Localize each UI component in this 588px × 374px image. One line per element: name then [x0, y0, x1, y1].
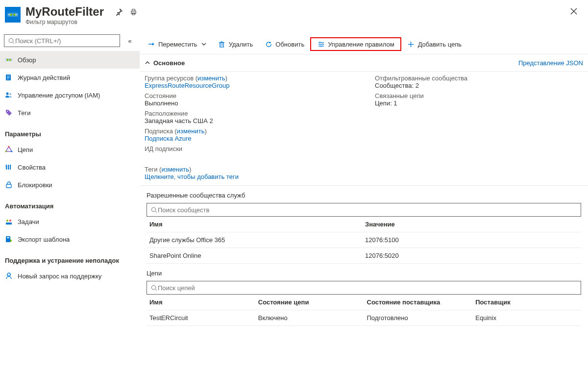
- delete-button[interactable]: Удалить: [212, 37, 259, 51]
- add-circuit-button[interactable]: Добавить цепь: [401, 37, 467, 51]
- circuits-title: Цепи: [147, 270, 581, 277]
- trash-icon: [218, 40, 226, 48]
- location-value: Западная часть США 2: [145, 117, 365, 125]
- search-icon: [7, 37, 15, 45]
- toolbar-label: Удалить: [229, 41, 253, 48]
- circuits-table: Имя Состояние цепи Состояние поставщика …: [147, 295, 581, 326]
- sidebar-item-iam[interactable]: Управление доступом (IAM): [0, 86, 140, 104]
- sidebar-item-label: Теги: [18, 109, 30, 117]
- add-tags-link[interactable]: Щелкните, чтобы добавить теги: [145, 173, 239, 180]
- col-provider[interactable]: Поставщик: [472, 295, 581, 310]
- essentials-panel: Основное Представление JSON Группа ресур…: [140, 54, 588, 186]
- cell-name: Другие службы Office 365: [147, 232, 362, 248]
- refresh-icon: [265, 40, 272, 48]
- properties-icon: [5, 163, 13, 171]
- svg-point-21: [5, 150, 6, 152]
- table-row[interactable]: TestERCircuit Включено Подготовлено Equi…: [147, 310, 581, 326]
- svg-point-20: [11, 150, 12, 152]
- sidebar-item-label: Цепи: [18, 146, 33, 153]
- support-icon: [5, 272, 13, 280]
- page-root: MyRouteFilter Фильтр маршрутов: [0, 0, 588, 374]
- tags-icon: [5, 109, 13, 117]
- svg-point-6: [9, 38, 13, 42]
- svg-point-25: [6, 166, 7, 167]
- sidebar-item-label: Новый запрос на поддержку: [18, 273, 101, 280]
- sidebar-item-properties[interactable]: Свойства: [0, 158, 140, 176]
- col-name[interactable]: Имя: [147, 295, 255, 310]
- sidebar-search[interactable]: [4, 34, 120, 47]
- circuits-search[interactable]: [147, 281, 581, 295]
- activity-log-icon: [5, 74, 13, 81]
- svg-rect-35: [7, 274, 8, 275]
- communities-search[interactable]: [147, 203, 581, 217]
- svg-marker-38: [152, 43, 154, 46]
- sub-value[interactable]: Подписка Azure: [145, 135, 365, 142]
- sidebar-item-locks[interactable]: Блокировки: [0, 176, 140, 194]
- print-icon[interactable]: [129, 8, 137, 16]
- circuits-section: Цепи Имя Состояние цепи Состояние постав…: [140, 264, 588, 326]
- iam-icon: [5, 91, 13, 99]
- table-row[interactable]: SharePoint Online 12076:5020: [147, 248, 581, 264]
- col-name[interactable]: Имя: [147, 217, 362, 232]
- circuits-search-input[interactable]: [158, 284, 578, 292]
- filtered-label: Отфильтрованные сообщества: [375, 75, 583, 82]
- resource-type-icon: [5, 7, 21, 23]
- communities-search-input[interactable]: [158, 206, 578, 214]
- sidebar-search-input[interactable]: [15, 37, 117, 45]
- svg-point-26: [8, 168, 9, 169]
- change-tags-link[interactable]: изменить: [161, 166, 189, 173]
- essentials-title: Основное: [153, 59, 185, 67]
- close-button[interactable]: [567, 5, 580, 18]
- pin-icon[interactable]: [115, 8, 122, 16]
- sidebar-item-activity-log[interactable]: Журнал действий: [0, 69, 140, 86]
- overview-icon: [5, 56, 13, 64]
- col-value[interactable]: Значение: [362, 217, 581, 232]
- svg-line-7: [12, 42, 14, 43]
- sidebar-item-label: Журнал действий: [18, 74, 70, 81]
- sidebar-item-overview[interactable]: Обзор: [0, 51, 140, 69]
- toolbar-label: Обновить: [275, 41, 304, 48]
- location-label: Расположение: [145, 110, 365, 117]
- move-button[interactable]: Переместить: [142, 37, 212, 51]
- plus-icon: [407, 40, 415, 48]
- json-view-link[interactable]: Представление JSON: [518, 59, 583, 67]
- main-content: Переместить Удалить Обновить: [140, 34, 588, 374]
- toolbar-label: Переместить: [158, 41, 197, 48]
- table-row[interactable]: Другие службы Office 365 12076:5100: [147, 232, 581, 248]
- svg-rect-29: [6, 223, 12, 224]
- sidebar-item-circuits[interactable]: Цепи: [0, 141, 140, 158]
- page-title: MyRouteFilter: [25, 5, 104, 19]
- refresh-button[interactable]: Обновить: [259, 37, 310, 51]
- manage-rule-button[interactable]: Управление правилом: [310, 37, 401, 51]
- svg-point-19: [8, 146, 9, 147]
- rg-value[interactable]: ExpressRouteResourceGroup: [145, 82, 365, 89]
- sidebar-item-tasks[interactable]: Задачи: [0, 213, 140, 230]
- sidebar-item-label: Блокировки: [18, 181, 52, 189]
- sidebar-item-tags[interactable]: Теги: [0, 104, 140, 122]
- sidebar-section-automation: Автоматизация: [0, 194, 140, 213]
- change-sub-link[interactable]: изменить: [177, 127, 205, 135]
- sidebar-collapse-button[interactable]: «: [124, 37, 136, 45]
- change-rg-link[interactable]: изменить: [197, 75, 225, 82]
- essentials-toggle[interactable]: Основное: [145, 59, 185, 67]
- svg-point-53: [151, 207, 155, 211]
- sidebar-item-label: Экспорт шаблона: [18, 236, 70, 243]
- toolbar-label: Управление правилом: [328, 41, 394, 48]
- communities-section: Разрешенные сообщества служб Имя Значени…: [140, 186, 588, 264]
- sidebar-item-label: Управление доступом (IAM): [18, 92, 100, 99]
- search-icon: [150, 206, 158, 214]
- circuits-icon: [5, 146, 13, 153]
- subid-value: [145, 152, 365, 160]
- sidebar-item-support-request[interactable]: Новый запрос на поддержку: [0, 267, 140, 285]
- sidebar-item-label: Обзор: [18, 56, 36, 64]
- col-pstate[interactable]: Состояние поставщика: [364, 295, 473, 310]
- svg-point-49: [322, 44, 323, 45]
- header-title-block: MyRouteFilter Фильтр маршрутов: [25, 5, 567, 25]
- toolbar-label: Добавить цепь: [418, 41, 462, 48]
- col-cstate[interactable]: Состояние цепи: [255, 295, 364, 310]
- page-subtitle: Фильтр маршрутов: [25, 19, 567, 25]
- subid-label: ИД подписки: [145, 145, 365, 152]
- svg-rect-39: [220, 43, 224, 47]
- sidebar-item-export-template[interactable]: Экспорт шаблона: [0, 230, 140, 248]
- move-icon: [147, 40, 155, 48]
